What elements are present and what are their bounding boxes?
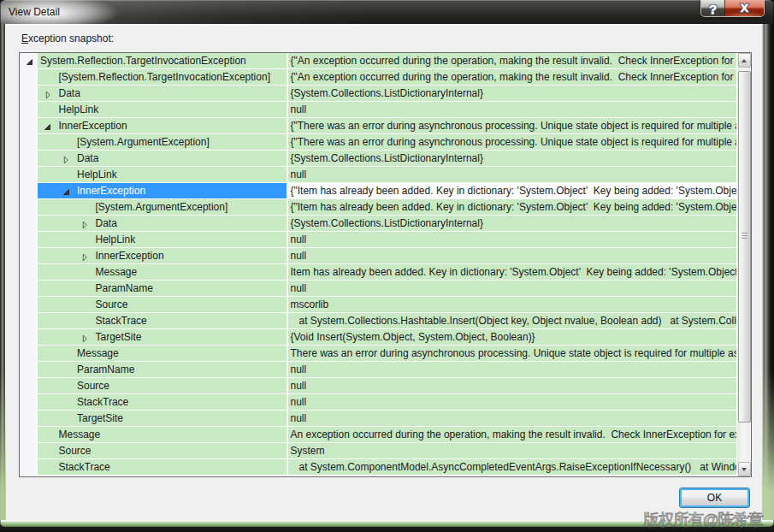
svg-text:?: ? — [709, 2, 717, 16]
